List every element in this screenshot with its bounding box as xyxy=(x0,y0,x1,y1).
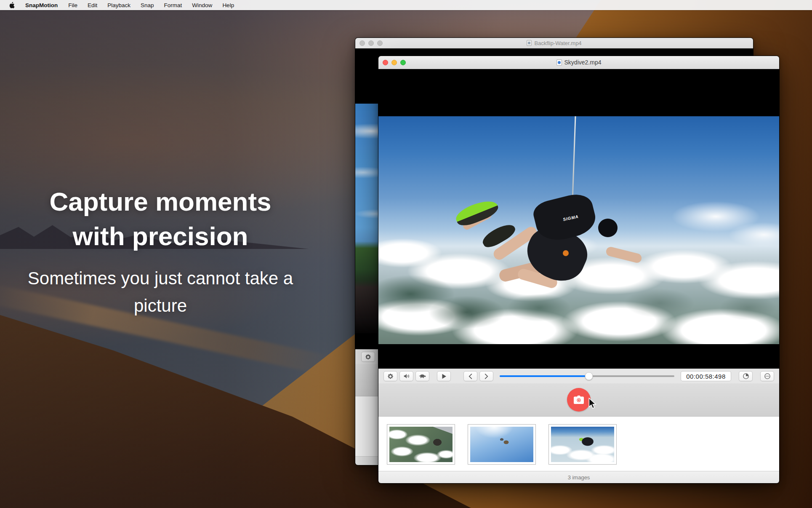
skydiver-helmet xyxy=(598,219,618,237)
play-button[interactable] xyxy=(437,371,451,381)
hero-subtitle: Sometimes you just cannot take a picture xyxy=(0,265,321,319)
ripcord-handle xyxy=(563,250,569,256)
thumbnail-1[interactable] xyxy=(387,424,455,465)
minimize-button[interactable] xyxy=(391,60,397,65)
previous-frame-button[interactable] xyxy=(463,371,477,381)
back-window-title-text: Backflip-Water.mp4 xyxy=(534,40,581,46)
menu-item-snapmotion[interactable]: SnapMotion xyxy=(20,2,63,8)
image-count-label: 3 images xyxy=(568,474,590,481)
settings-button[interactable] xyxy=(361,352,375,362)
mouse-cursor xyxy=(587,398,598,409)
menu-bar: SnapMotion File Edit Playback Snap Forma… xyxy=(0,0,812,10)
menu-item-format[interactable]: Format xyxy=(159,2,187,8)
slow-motion-turtle-button[interactable] xyxy=(415,371,429,381)
front-window-titlebar[interactable]: Skydive2.mp4 xyxy=(378,56,779,69)
menu-item-window[interactable]: Window xyxy=(187,2,217,8)
video-still: SIGMA xyxy=(378,116,779,344)
thumbnail-2[interactable] xyxy=(468,424,536,465)
hero-text-block: Capture moments with precision Sometimes… xyxy=(0,184,321,319)
close-button[interactable] xyxy=(359,40,365,46)
close-button[interactable] xyxy=(383,60,388,65)
slider-progress-fill xyxy=(500,375,589,377)
thumbnail-3[interactable] xyxy=(548,424,617,465)
video-frame: SIGMA xyxy=(378,69,779,369)
menu-item-edit[interactable]: Edit xyxy=(83,2,102,8)
apple-menu-icon[interactable] xyxy=(0,2,20,9)
front-traffic-lights xyxy=(383,56,406,69)
zoom-button[interactable] xyxy=(400,60,406,65)
image-count-footer: 3 images xyxy=(378,471,779,483)
next-frame-button[interactable] xyxy=(479,371,493,381)
front-window-title: Skydive2.mp4 xyxy=(556,59,602,66)
thumbnail-1-image xyxy=(389,427,453,462)
slider-knob[interactable] xyxy=(585,372,593,380)
menu-item-help[interactable]: Help xyxy=(217,2,239,8)
hero-title: Capture moments with precision xyxy=(0,184,321,254)
thumbnail-2-image xyxy=(470,427,533,462)
menu-item-snap[interactable]: Snap xyxy=(136,2,159,8)
timeline-slider[interactable] xyxy=(500,371,674,381)
capture-area xyxy=(378,383,779,417)
thumbnail-3-image xyxy=(551,427,614,462)
zoom-button[interactable] xyxy=(377,40,383,46)
back-traffic-lights xyxy=(359,38,383,48)
menu-item-playback[interactable]: Playback xyxy=(102,2,136,8)
back-window-titlebar[interactable]: Backflip-Water.mp4 xyxy=(355,38,753,48)
more-options-button[interactable] xyxy=(760,371,774,381)
timecode-field[interactable]: 00:00:58:498 xyxy=(681,371,731,381)
volume-button[interactable] xyxy=(399,371,413,381)
snapshot-thumbnails-strip xyxy=(378,417,779,471)
desktop: SnapMotion File Edit Playback Snap Forma… xyxy=(0,0,812,508)
window-skydive2: Skydive2.mp4 SIGMA xyxy=(378,56,780,484)
menu-item-file[interactable]: File xyxy=(63,2,83,8)
settings-button[interactable] xyxy=(383,371,397,381)
minimize-button[interactable] xyxy=(368,40,374,46)
front-window-title-text: Skydive2.mp4 xyxy=(564,59,602,66)
back-window-title: Backflip-Water.mp4 xyxy=(527,40,581,46)
time-format-clock-button[interactable] xyxy=(739,371,753,381)
playback-controls-bar: 00:00:58:498 xyxy=(378,369,779,383)
